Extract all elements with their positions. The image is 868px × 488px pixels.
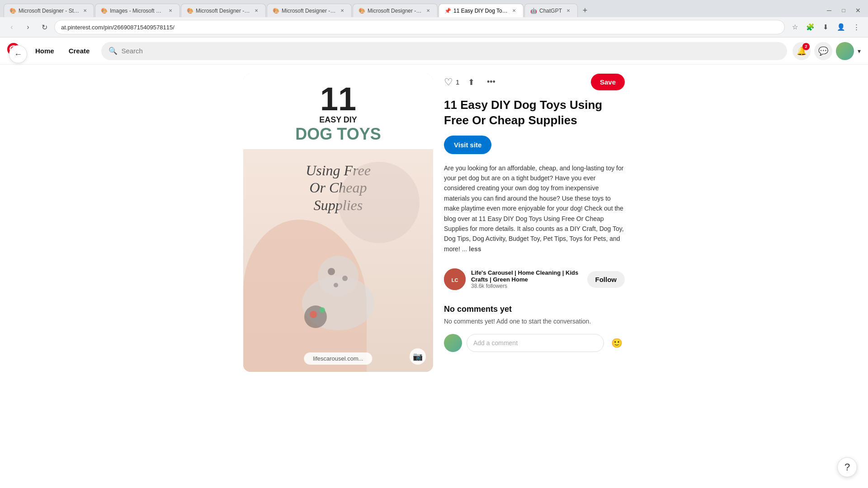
tab-pinterest-active[interactable]: 📌 11 Easy DIY Dog Toys Using Fr... ✕ <box>439 4 524 17</box>
notification-badge: 2 <box>802 43 810 50</box>
like-count: 1 <box>456 78 459 86</box>
dog-silhouette <box>288 240 388 339</box>
tab-images[interactable]: 🎨 Images - Microsoft Designer ✕ <box>95 4 180 17</box>
profile-chevron-icon[interactable]: ▾ <box>858 47 861 55</box>
no-comments-title: No comments yet <box>444 305 625 314</box>
tab-label-5: Microsoft Designer - Stunning <box>368 8 422 14</box>
tab-microsoft-5[interactable]: 🎨 Microsoft Designer - Stunning ✕ <box>353 4 438 17</box>
follow-button[interactable]: Follow <box>587 271 625 288</box>
camera-icon-symbol: 📷 <box>413 352 423 361</box>
bookmark-star-button[interactable]: ☆ <box>788 21 801 33</box>
tab-label-2: Images - Microsoft Designer <box>110 8 164 14</box>
url-text: at.pinterest.com/pin/266908715409578115/ <box>61 24 175 31</box>
download-button[interactable]: ⬇ <box>819 21 832 33</box>
author-section: LC Life's Carousel | Home Cleaning | Kid… <box>444 263 625 296</box>
url-bar[interactable]: at.pinterest.com/pin/266908715409578115/ <box>54 20 785 34</box>
share-button[interactable]: ⬆ <box>463 74 479 90</box>
svg-point-1 <box>318 256 359 296</box>
more-options-button[interactable]: ••• <box>483 74 499 90</box>
svg-point-2 <box>328 268 335 275</box>
nav-create[interactable]: Create <box>62 43 96 58</box>
author-name[interactable]: Life's Carousel | Home Cleaning | Kids C… <box>471 269 582 283</box>
pin-title-dog-toys: DOG TOYS <box>254 125 422 144</box>
decorative-circle <box>338 162 420 243</box>
tab-label-3: Microsoft Designer - Stunning <box>196 8 250 14</box>
emoji-icon: 🙂 <box>611 338 623 348</box>
pin-detail: 11 EASY DIY DOG TOYS Using FreeOr CheapS… <box>0 65 868 488</box>
svg-text:LC: LC <box>452 277 458 283</box>
tab-favicon-5: 🎨 <box>359 8 365 14</box>
pin-image-container: 11 EASY DIY DOG TOYS Using FreeOr CheapS… <box>243 74 433 372</box>
author-info: Life's Carousel | Home Cleaning | Kids C… <box>471 269 582 289</box>
pinterest-app: Home Create 🔍 Search 🔔 2 💬 ▾ ← <box>0 38 868 488</box>
tab-microsoft-4[interactable]: 🎨 Microsoft Designer - Stunning ✕ <box>267 4 352 17</box>
svg-point-6 <box>310 311 317 318</box>
pin-info-column: ♡ 1 ⬆ ••• Save 11 Easy DIY Dog Toys Usin… <box>444 74 625 479</box>
pin-watermark: lifescarousel.com... <box>304 352 372 365</box>
minimize-button[interactable]: ─ <box>823 4 835 17</box>
ellipsis-icon: ••• <box>487 77 495 87</box>
browser-chrome: 🎨 Microsoft Designer - Stunning ✕ 🎨 Imag… <box>0 0 868 38</box>
forward-nav-button[interactable]: › <box>22 21 34 33</box>
pin-actions-bar: ♡ 1 ⬆ ••• Save <box>444 74 625 90</box>
current-user-avatar <box>444 334 462 352</box>
svg-point-4 <box>334 283 338 287</box>
browser-toolbar: ☆ 🧩 ⬇ 👤 ⋮ <box>788 21 863 33</box>
main-content: ← 11 EASY DIY DOG TOYS <box>0 65 868 488</box>
tab-chatgpt[interactable]: 🤖 ChatGPT ✕ <box>524 4 578 17</box>
tab-favicon-7: 🤖 <box>530 8 537 14</box>
ellipsis-text: ... <box>462 245 467 253</box>
tab-close-4[interactable]: ✕ <box>339 7 346 14</box>
tab-close-6[interactable]: ✕ <box>510 7 518 14</box>
visit-site-button[interactable]: Visit site <box>444 136 491 154</box>
share-icon: ⬆ <box>468 77 475 87</box>
search-icon: 🔍 <box>108 47 118 55</box>
pin-title: 11 Easy DIY Dog Toys Using Free Or Cheap… <box>444 98 625 128</box>
tab-favicon-2: 🎨 <box>101 8 107 14</box>
tab-close-5[interactable]: ✕ <box>425 7 432 14</box>
author-followers: 38.6k followers <box>471 283 582 289</box>
header-nav: Home Create <box>29 43 96 58</box>
header-actions: 🔔 2 💬 ▾ <box>793 42 861 60</box>
tab-label-4: Microsoft Designer - Stunning <box>282 8 336 14</box>
search-bar[interactable]: 🔍 Search <box>101 42 787 60</box>
extension-button[interactable]: 🧩 <box>804 21 816 33</box>
user-avatar[interactable] <box>836 42 854 60</box>
tab-close-3[interactable]: ✕ <box>253 7 260 14</box>
tab-close-2[interactable]: ✕ <box>167 7 174 14</box>
tab-close-7[interactable]: ✕ <box>565 7 572 14</box>
author-avatar[interactable]: LC <box>444 268 466 290</box>
like-button[interactable]: ♡ 1 <box>444 76 459 88</box>
tab-label-7: ChatGPT <box>539 8 562 14</box>
pin-image-column: 11 EASY DIY DOG TOYS Using FreeOr CheapS… <box>243 74 433 479</box>
camera-button[interactable]: 📷 <box>410 348 426 365</box>
back-nav-button[interactable]: ‹ <box>5 21 18 33</box>
menu-button[interactable]: ⋮ <box>850 21 863 33</box>
comment-input[interactable] <box>467 334 604 352</box>
tab-microsoft-1[interactable]: 🎨 Microsoft Designer - Stunning ✕ <box>4 4 94 17</box>
notifications-button[interactable]: 🔔 2 <box>793 42 811 60</box>
comment-input-area: 🙂 <box>444 334 625 352</box>
nav-home[interactable]: Home <box>29 43 61 58</box>
user-profile-button[interactable]: 👤 <box>835 21 847 33</box>
svg-point-3 <box>342 276 348 281</box>
help-button[interactable]: ? <box>837 457 857 477</box>
tab-microsoft-3[interactable]: 🎨 Microsoft Designer - Stunning ✕ <box>181 4 266 17</box>
tab-favicon-3: 🎨 <box>187 8 193 14</box>
new-tab-button[interactable]: + <box>579 4 591 17</box>
tab-close-1[interactable]: ✕ <box>82 7 88 14</box>
tab-label-6: 11 Easy DIY Dog Toys Using Fr... <box>453 8 508 14</box>
emoji-button[interactable]: 🙂 <box>609 335 625 351</box>
less-link[interactable]: less <box>469 245 481 253</box>
maximize-button[interactable]: □ <box>837 4 850 17</box>
close-window-button[interactable]: ✕ <box>852 4 864 17</box>
save-button[interactable]: Save <box>591 74 625 90</box>
reload-button[interactable]: ↻ <box>38 21 51 33</box>
pin-title-easy: EASY DIY <box>319 115 357 125</box>
pin-image-photo-section: Using FreeOr CheapSupplies <box>243 149 433 372</box>
messages-button[interactable]: 💬 <box>814 42 832 60</box>
tab-label-1: Microsoft Designer - Stunning <box>19 8 79 14</box>
pin-title-number: 11 <box>254 83 422 115</box>
tab-favicon-6: 📌 <box>444 8 451 14</box>
pin-image-background: 11 EASY DIY DOG TOYS Using FreeOr CheapS… <box>243 74 433 372</box>
